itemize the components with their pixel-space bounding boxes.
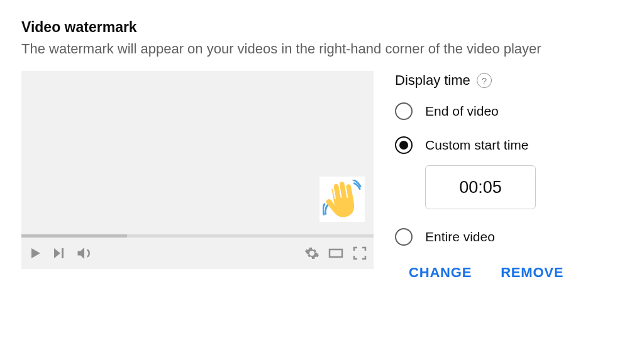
radio-label: Custom start time (425, 138, 529, 153)
change-button[interactable]: CHANGE (409, 265, 472, 281)
radio-label: End of video (425, 104, 499, 119)
help-icon[interactable]: ? (477, 73, 492, 88)
radio-end-of-video[interactable]: End of video (395, 102, 623, 120)
remove-button[interactable]: REMOVE (501, 265, 564, 281)
start-time-input[interactable] (425, 165, 536, 209)
options-panel: Display time ? End of video Custom start… (395, 71, 623, 281)
video-preview (21, 71, 374, 269)
volume-icon[interactable] (75, 244, 93, 262)
next-icon[interactable] (52, 246, 67, 261)
gear-icon[interactable] (304, 246, 319, 261)
radio-entire-video[interactable]: Entire video (395, 228, 623, 246)
svg-rect-0 (62, 248, 64, 258)
radio-dot (399, 141, 408, 150)
progress-fill (21, 234, 127, 238)
watermark-image (319, 177, 365, 222)
radio-circle (395, 102, 413, 120)
display-time-label: Display time (395, 72, 470, 89)
section-description: The watermark will appear on your videos… (21, 41, 623, 57)
fullscreen-icon[interactable] (352, 246, 367, 261)
radio-circle (395, 228, 413, 246)
radio-label: Entire video (425, 229, 495, 244)
play-icon[interactable] (28, 246, 43, 261)
radio-circle-selected (395, 136, 413, 154)
progress-bar[interactable] (21, 234, 374, 238)
svg-rect-1 (330, 249, 342, 257)
theater-icon[interactable] (328, 246, 343, 261)
radio-custom-start-time[interactable]: Custom start time (395, 136, 623, 154)
player-controls (21, 241, 374, 269)
section-title: Video watermark (21, 19, 623, 36)
